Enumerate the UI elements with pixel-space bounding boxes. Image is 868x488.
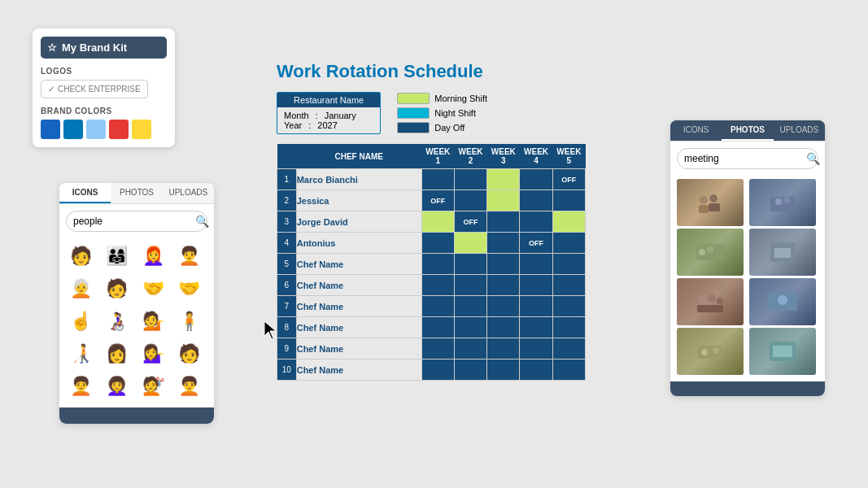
month-label: Month bbox=[284, 111, 309, 120]
list-item[interactable]: 👩 bbox=[103, 339, 132, 368]
shift-cell bbox=[552, 233, 585, 254]
table-row: 10Chef Name bbox=[277, 359, 586, 381]
col-week5: WEEK 5 bbox=[552, 144, 585, 169]
list-item[interactable]: 🧑‍🦯 bbox=[66, 339, 95, 368]
list-item[interactable]: 💁 bbox=[138, 307, 168, 336]
year-value: 2027 bbox=[317, 120, 337, 130]
year-label: Year bbox=[284, 120, 302, 130]
swatch-1[interactable] bbox=[41, 120, 60, 139]
list-item[interactable] bbox=[677, 278, 744, 325]
shift-cell bbox=[520, 338, 552, 359]
swatch-5[interactable] bbox=[132, 120, 151, 139]
chef-name-cell: Chef Name bbox=[296, 359, 421, 381]
list-item[interactable]: 🧑 bbox=[175, 339, 204, 368]
schedule-info-box: Restaurant Name Month : January Year : 2… bbox=[277, 92, 381, 134]
check-enterprise-button[interactable]: ✓ CHECK ENTERPRISE bbox=[41, 80, 148, 98]
photos-panel-footer bbox=[670, 381, 825, 396]
list-item[interactable]: 🧑 bbox=[66, 242, 95, 271]
shift-cell bbox=[520, 190, 552, 211]
list-item[interactable]: 🧍 bbox=[175, 307, 204, 336]
tab-uploads[interactable]: UPLOADS bbox=[163, 183, 214, 203]
shift-cell bbox=[487, 296, 520, 317]
morning-shift-color bbox=[397, 93, 430, 104]
col-week1: WEEK 1 bbox=[421, 144, 454, 169]
svg-rect-3 bbox=[699, 205, 709, 213]
photos-search-icon[interactable]: 🔍 bbox=[806, 152, 820, 165]
list-item[interactable]: 🧑‍🦳 bbox=[66, 274, 95, 303]
table-row: 9Chef Name bbox=[277, 338, 586, 359]
chef-name-cell: Antonius bbox=[296, 233, 421, 254]
list-item[interactable]: 🧑 bbox=[103, 274, 132, 303]
shift-cell bbox=[454, 254, 486, 275]
swatch-4[interactable] bbox=[109, 120, 129, 139]
list-item[interactable]: 🤝 bbox=[138, 274, 168, 303]
chef-name-cell: Chef Name bbox=[296, 338, 421, 359]
list-item[interactable] bbox=[677, 328, 744, 375]
shift-cell bbox=[421, 169, 454, 190]
list-item[interactable] bbox=[749, 328, 816, 375]
search-icon[interactable]: 🔍 bbox=[195, 215, 209, 228]
shift-cell bbox=[454, 359, 486, 381]
tab-photos[interactable]: PHOTOS bbox=[111, 183, 162, 203]
list-item[interactable]: 👩‍🦽 bbox=[103, 307, 132, 336]
shift-cell bbox=[454, 169, 486, 190]
list-item[interactable]: 💁‍♀️ bbox=[138, 339, 168, 368]
row-number: 3 bbox=[277, 211, 297, 233]
shift-cell bbox=[421, 233, 454, 254]
list-item[interactable]: 👩‍🦱 bbox=[103, 372, 132, 401]
swatch-3[interactable] bbox=[86, 120, 106, 139]
shift-cell bbox=[421, 338, 454, 359]
icons-search-input[interactable] bbox=[73, 216, 195, 227]
tab-icons[interactable]: ICONS bbox=[59, 183, 111, 203]
shift-cell bbox=[421, 275, 454, 296]
list-item[interactable]: 🧑‍🦱 bbox=[175, 242, 204, 271]
photos-search-input[interactable] bbox=[684, 153, 806, 164]
year-colon: : bbox=[308, 120, 311, 130]
table-row: 3Jorge DavidOFF bbox=[277, 211, 586, 233]
photo-thumbnail bbox=[677, 229, 744, 276]
chef-name-cell: Chef Name bbox=[296, 317, 421, 338]
chef-name-cell: Jorge David bbox=[296, 211, 421, 233]
shift-cell bbox=[552, 296, 585, 317]
list-item[interactable]: 👨‍👩‍👧 bbox=[103, 242, 132, 271]
swatch-2[interactable] bbox=[63, 120, 83, 139]
svg-point-18 bbox=[698, 296, 706, 304]
shift-cell bbox=[454, 296, 486, 317]
list-item[interactable]: 👩‍🦰 bbox=[138, 242, 168, 271]
row-number: 1 bbox=[277, 169, 297, 190]
month-value: January bbox=[325, 111, 356, 120]
shift-cell bbox=[552, 338, 585, 359]
list-item[interactable] bbox=[677, 229, 744, 276]
svg-rect-6 bbox=[770, 197, 795, 211]
row-number: 9 bbox=[277, 338, 297, 359]
list-item[interactable]: 🧑‍🦱 bbox=[66, 372, 95, 401]
list-item[interactable]: 🤝 bbox=[175, 274, 204, 303]
row-number: 5 bbox=[277, 254, 297, 275]
list-item[interactable]: 💇 bbox=[138, 372, 168, 401]
logos-section: LOGOS ✓ CHECK ENTERPRISE bbox=[41, 67, 167, 98]
color-swatches bbox=[41, 120, 167, 139]
morning-shift-label: Morning Shift bbox=[434, 94, 487, 103]
shift-cell: OFF bbox=[421, 190, 454, 211]
brand-kit-header: ☆ My Brand Kit bbox=[41, 37, 167, 59]
table-row: 2JessicaOFF bbox=[277, 190, 586, 211]
list-item[interactable] bbox=[749, 179, 816, 226]
photo-thumbnail bbox=[677, 278, 744, 325]
checkmark-icon: ✓ bbox=[48, 85, 55, 94]
shift-cell: OFF bbox=[552, 169, 585, 190]
photos-tab-uploads[interactable]: UPLOADS bbox=[774, 120, 825, 141]
list-item[interactable]: 🧑‍🦱 bbox=[175, 372, 204, 401]
list-item[interactable]: ☝️ bbox=[66, 307, 95, 336]
col-week3: WEEK 3 bbox=[487, 144, 520, 169]
list-item[interactable] bbox=[677, 179, 744, 226]
table-row: 8Chef Name bbox=[277, 317, 586, 338]
photos-tab-icons[interactable]: ICONS bbox=[670, 120, 722, 141]
list-item[interactable] bbox=[749, 229, 816, 276]
photos-tab-photos[interactable]: PHOTOS bbox=[722, 120, 773, 141]
shift-cell bbox=[552, 254, 585, 275]
shift-cell bbox=[520, 211, 552, 233]
shift-cell bbox=[520, 317, 552, 338]
shift-cell bbox=[454, 338, 486, 359]
list-item[interactable] bbox=[749, 278, 816, 325]
shift-cell bbox=[421, 296, 454, 317]
